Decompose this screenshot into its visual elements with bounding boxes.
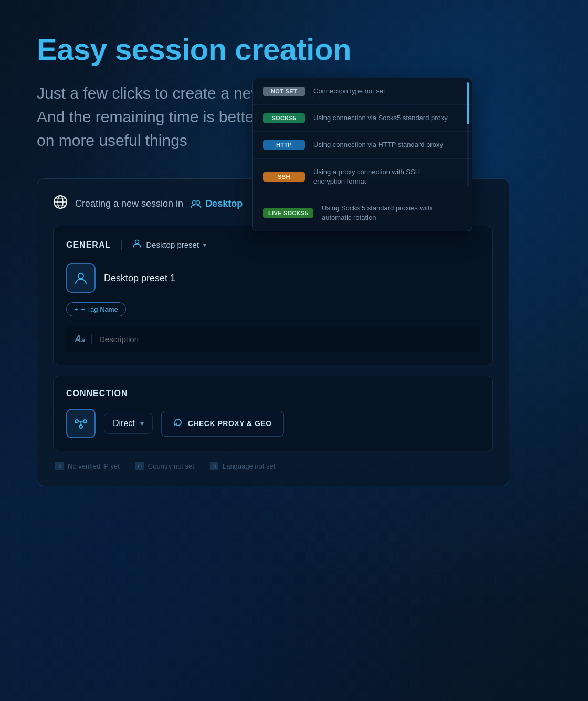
refresh-icon bbox=[173, 418, 183, 430]
connection-type-select[interactable]: Direct ▾ bbox=[104, 413, 153, 434]
connection-row: Direct ▾ CHECK PROXY & GEO bbox=[66, 409, 480, 438]
badge-socks5: SOCKS5 bbox=[263, 113, 305, 123]
status-ip: ⊙ No verified IP yet bbox=[55, 462, 120, 470]
svg-point-8 bbox=[78, 273, 83, 279]
dropdown-item-ssh[interactable]: SSH Using a proxy connection with SSH en… bbox=[253, 159, 472, 195]
dropdown-item-livesocks5[interactable]: LIVE SOCKS5 Using Socks 5 standard proxi… bbox=[253, 195, 472, 231]
tag-name-button[interactable]: + + Tag Name bbox=[66, 302, 126, 316]
plus-icon: + bbox=[74, 305, 78, 313]
dropdown-desc-http: Using connection via HTTP standard proxy bbox=[313, 140, 461, 150]
svg-point-5 bbox=[193, 200, 196, 204]
person-icon bbox=[132, 239, 142, 251]
badge-ssh: SSH bbox=[263, 172, 305, 182]
dropdown-item-http[interactable]: HTTP Using connection via HTTP standard … bbox=[253, 132, 472, 158]
dropdown-item-notset[interactable]: NOT SET Connection type not set bbox=[253, 78, 472, 105]
dropdown-desc-ssh: Using a proxy connection with SSH encryp… bbox=[313, 167, 461, 186]
page-title: Easy session creation bbox=[37, 31, 551, 67]
connection-label: CONNECTION bbox=[66, 389, 480, 398]
session-header-text: Creating a new session in bbox=[75, 198, 183, 209]
svg-point-11 bbox=[79, 425, 82, 428]
globe-icon bbox=[53, 195, 68, 213]
workspace-name: Desktop bbox=[205, 198, 243, 209]
select-chevron-icon: ▾ bbox=[140, 419, 144, 428]
svg-point-10 bbox=[83, 420, 87, 423]
status-country: ⊙ Country not set bbox=[135, 462, 194, 470]
chevron-down-icon: ▾ bbox=[203, 241, 206, 249]
preset-selector[interactable]: Desktop preset ▾ bbox=[132, 239, 206, 251]
profile-icon-box bbox=[66, 263, 96, 293]
ip-text: No verified IP yet bbox=[68, 462, 120, 470]
description-input[interactable] bbox=[99, 335, 471, 344]
badge-http: HTTP bbox=[263, 140, 305, 150]
language-icon: ⊙ bbox=[210, 462, 218, 470]
main-content: Easy session creation Just a few clicks … bbox=[0, 0, 588, 518]
description-row: Aₐ bbox=[66, 326, 480, 352]
svg-point-7 bbox=[135, 240, 139, 244]
language-text: Language not set bbox=[223, 462, 275, 470]
dropdown-item-socks5[interactable]: SOCKS5 Using connection via Socks5 stand… bbox=[253, 105, 472, 132]
check-proxy-button[interactable]: CHECK PROXY & GEO bbox=[161, 411, 284, 437]
connection-icon-box bbox=[66, 409, 96, 438]
connection-section: CONNECTION Direct ▾ bbox=[53, 376, 493, 451]
divider2 bbox=[91, 334, 92, 344]
country-icon: ⊙ bbox=[135, 462, 144, 470]
tag-btn-label: + Tag Name bbox=[81, 305, 118, 313]
section-header: GENERAL Desktop preset ▾ bbox=[66, 239, 480, 251]
profile-row bbox=[66, 263, 480, 293]
status-bar: ⊙ No verified IP yet ⊙ Country not set ⊙… bbox=[53, 462, 493, 470]
dropdown-desc-socks5: Using connection via Socks5 standard pro… bbox=[313, 113, 461, 123]
scrollbar[interactable] bbox=[467, 82, 469, 187]
profile-name-input[interactable] bbox=[104, 273, 226, 284]
scrollbar-thumb bbox=[467, 82, 469, 124]
svg-point-6 bbox=[196, 200, 200, 204]
dropdown-desc-livesocks5: Using Socks 5 standard proxies with auto… bbox=[322, 204, 461, 222]
check-proxy-label: CHECK PROXY & GEO bbox=[188, 419, 272, 428]
general-label: GENERAL bbox=[66, 240, 111, 250]
session-workspace: Desktop bbox=[191, 198, 243, 209]
ip-icon: ⊙ bbox=[55, 462, 64, 470]
preset-label: Desktop preset bbox=[146, 240, 199, 249]
connection-type-value: Direct bbox=[113, 419, 135, 428]
text-icon: Aₐ bbox=[75, 333, 84, 345]
divider bbox=[121, 240, 122, 250]
general-section: GENERAL Desktop preset ▾ bbox=[53, 226, 493, 365]
country-text: Country not set bbox=[148, 462, 194, 470]
svg-point-9 bbox=[75, 420, 78, 423]
dropdown-desc-notset: Connection type not set bbox=[313, 87, 461, 96]
status-language: ⊙ Language not set bbox=[210, 462, 275, 470]
badge-livesocks5: LIVE SOCKS5 bbox=[263, 208, 313, 218]
badge-notset: NOT SET bbox=[263, 87, 305, 96]
connection-type-dropdown: NOT SET Connection type not set SOCKS5 U… bbox=[252, 78, 472, 231]
